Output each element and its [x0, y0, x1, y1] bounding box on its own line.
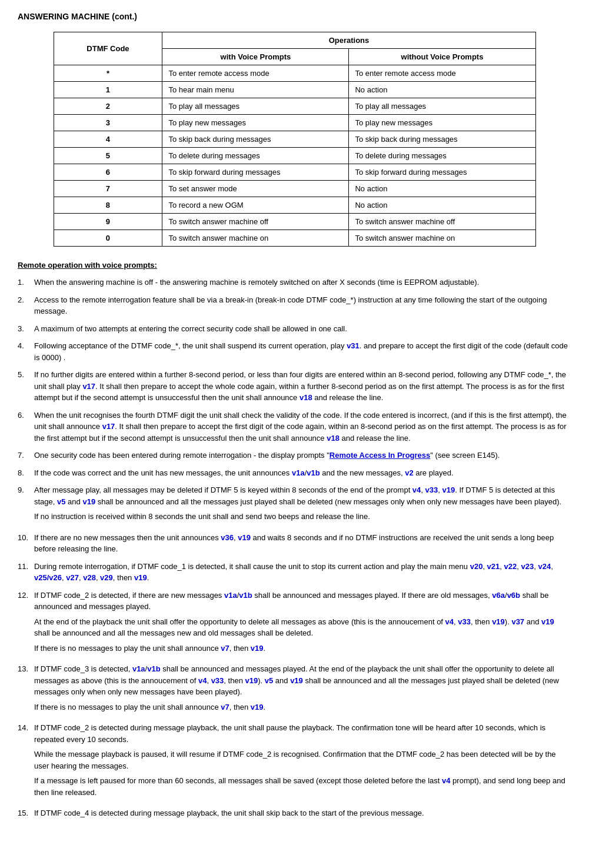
dtmf-code-cell: 5 [54, 148, 162, 164]
highlight-bold-underline-span: Remote Access In Progress [330, 451, 430, 460]
list-number: 7. [18, 450, 34, 461]
highlight-span: v1b [239, 591, 252, 600]
list-content: During remote interrogation, if DTMF cod… [34, 561, 571, 584]
highlight-span: v19 [541, 617, 554, 626]
dtmf-code-cell: 8 [54, 197, 162, 214]
list-item: 1.When the answering machine is off - th… [18, 277, 571, 288]
highlight-span: v2 [405, 468, 413, 477]
highlight-span: v27 [66, 573, 79, 582]
table-row: 8 To record a new OGM No action [54, 197, 535, 214]
highlight-span: v33 [458, 617, 471, 626]
list-content: If DTMF code_2 is detected during messag… [34, 722, 571, 802]
highlight-span: v7 [221, 703, 229, 711]
list-number: 14. [18, 722, 34, 802]
highlight-span: v18 [300, 393, 312, 402]
novoice-op-cell: No action [349, 82, 535, 98]
dtmf-table: DTMF Code Operations with Voice Prompts … [54, 32, 536, 247]
voice-op-cell: To play new messages [162, 115, 349, 131]
table-row: 0 To switch answer machine on To switch … [54, 230, 535, 247]
list-number: 1. [18, 277, 34, 288]
list-content: Following acceptance of the DTMF code_*,… [34, 340, 571, 363]
list-item: 11.During remote interrogation, if DTMF … [18, 561, 571, 584]
dtmf-code-cell: 2 [54, 98, 162, 115]
list-item: 12. If DTMF code_2 is detected, if there… [18, 590, 571, 658]
novoice-op-cell: To skip back during messages [349, 131, 535, 148]
highlight-span: v7 [221, 644, 229, 653]
highlight-span: v1a [132, 664, 145, 673]
novoice-op-cell: To delete during messages [349, 148, 535, 164]
dtmf-code-header: DTMF Code [54, 32, 162, 65]
list-number: 2. [18, 294, 34, 317]
list-number: 3. [18, 323, 34, 335]
dtmf-code-cell: 3 [54, 115, 162, 131]
list-content: If DTMF code_2 is detected, if there are… [34, 590, 571, 658]
list-number: 15. [18, 807, 34, 819]
list-item: 14. If DTMF code_2 is detected during me… [18, 722, 571, 802]
highlight-span: v29 [100, 573, 113, 582]
table-row: 5 To delete during messages To delete du… [54, 148, 535, 164]
highlight-span: v31 [347, 341, 360, 350]
highlight-span: v19 [251, 703, 264, 711]
list-number: 13. [18, 663, 34, 716]
list-number: 9. [18, 484, 34, 526]
highlight-span: v24 [538, 562, 551, 571]
highlight-span: v33 [211, 676, 224, 685]
list-content: A maximum of two attempts at entering th… [34, 323, 571, 335]
table-row: 9 To switch answer machine off To switch… [54, 214, 535, 230]
list-number: 4. [18, 340, 34, 363]
list-content: Access to the remote interrogation featu… [34, 294, 571, 317]
table-row: * To enter remote access mode To enter r… [54, 65, 535, 82]
list-item: 4.Following acceptance of the DTMF code_… [18, 340, 571, 363]
dtmf-code-cell: 6 [54, 164, 162, 181]
list-item: 3.A maximum of two attempts at entering … [18, 323, 571, 335]
list-content: One security code has been entered durin… [34, 450, 571, 461]
highlight-span: v1a [224, 591, 237, 600]
table-row: 3 To play new messages To play new messa… [54, 115, 535, 131]
highlight-span: v20 [470, 562, 483, 571]
list-number: 11. [18, 561, 34, 584]
highlight-span: v33 [425, 485, 438, 494]
novoice-op-cell: To switch answer machine on [349, 230, 535, 247]
highlight-span: v22 [504, 562, 517, 571]
list-number: 5. [18, 369, 34, 404]
highlight-span: v1b [147, 664, 160, 673]
voice-op-cell: To switch answer machine on [162, 230, 349, 247]
highlight-span: v5 [57, 497, 65, 506]
list-content: If DTMF code_3 is detected, v1a/v1b shal… [34, 663, 571, 716]
highlight-span: v19 [134, 573, 147, 582]
highlight-span: v21 [487, 562, 500, 571]
highlight-span: v1b [307, 468, 320, 477]
voice-op-cell: To switch answer machine off [162, 214, 349, 230]
remote-section: Remote operation with voice prompts: 1.W… [18, 261, 571, 819]
list-content: If no further digits are entered within … [34, 369, 571, 404]
highlight-span: v18 [327, 434, 340, 443]
highlight-span: v4 [442, 776, 450, 785]
highlight-span: v4 [198, 676, 207, 685]
table-row: 2 To play all messages To play all messa… [54, 98, 535, 115]
highlight-span: v37 [511, 617, 524, 626]
highlight-span: v17 [102, 422, 115, 431]
list-content: If the code was correct and the unit has… [34, 467, 571, 479]
highlight-span: v19 [290, 676, 303, 685]
list-item: 8.If the code was correct and the unit h… [18, 467, 571, 479]
highlight-span: v19 [82, 497, 95, 506]
highlight-span: v6b [507, 591, 520, 600]
table-row: 7 To set answer mode No action [54, 181, 535, 197]
list-content: When the unit recognises the fourth DTMF… [34, 410, 571, 444]
no-voice-prompts-header: without Voice Prompts [349, 49, 535, 65]
list-item: 13. If DTMF code_3 is detected, v1a/v1b … [18, 663, 571, 716]
list-item: 2.Access to the remote interrogation fea… [18, 294, 571, 317]
list-item: 6.When the unit recognises the fourth DT… [18, 410, 571, 444]
highlight-span: v17 [82, 382, 95, 391]
dtmf-code-cell: 1 [54, 82, 162, 98]
voice-op-cell: To skip forward during messages [162, 164, 349, 181]
voice-op-cell: To delete during messages [162, 148, 349, 164]
voice-op-cell: To hear main menu [162, 82, 349, 98]
list-number: 10. [18, 532, 34, 555]
table-row: 6 To skip forward during messages To ski… [54, 164, 535, 181]
novoice-op-cell: No action [349, 197, 535, 214]
voice-op-cell: To set answer mode [162, 181, 349, 197]
list-number: 12. [18, 590, 34, 658]
list-content: When the answering machine is off - the … [34, 277, 571, 288]
voice-prompts-header: with Voice Prompts [162, 49, 349, 65]
